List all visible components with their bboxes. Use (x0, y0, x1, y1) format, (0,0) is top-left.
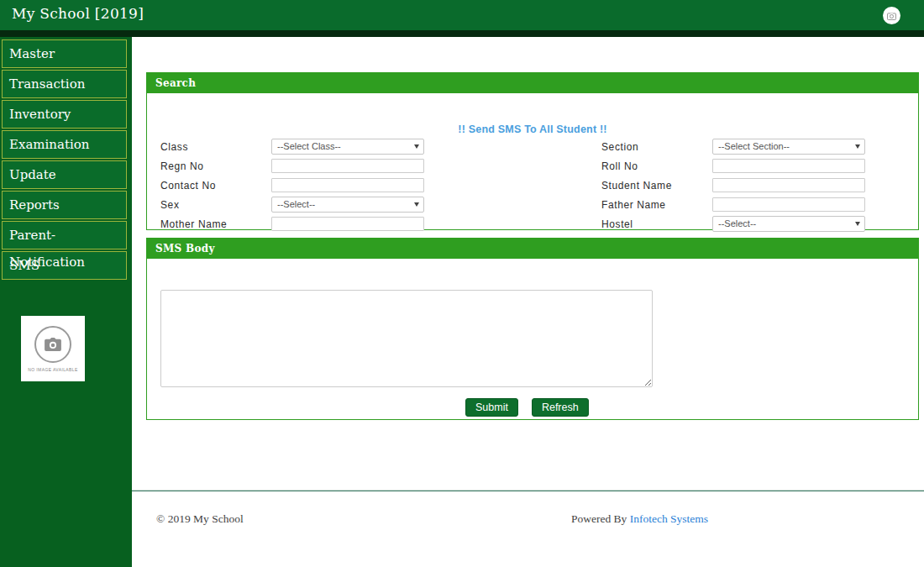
submit-button[interactable]: Submit (465, 398, 518, 417)
class-select[interactable]: --Select Class-- (271, 139, 424, 155)
form-actions: Submit Refresh (465, 398, 589, 417)
powered-by-text: Powered By (571, 512, 630, 525)
chevron-down-icon (855, 144, 860, 149)
student-name-label: Student Name (601, 180, 712, 192)
chevron-down-icon (855, 222, 860, 226)
field-row-regn-no: Regn No (160, 156, 424, 176)
search-panel-body: !! Send SMS To All Student !! Class --Se… (147, 93, 918, 229)
search-form-left-column: Class --Select Class-- Regn No Contact N… (160, 137, 424, 234)
send-sms-notice: !! Send SMS To All Student !! (147, 123, 918, 135)
refresh-button[interactable]: Refresh (532, 398, 589, 417)
sidebar-item-reports[interactable]: Reports (2, 191, 127, 219)
section-select-value: --Select Section-- (718, 141, 790, 151)
field-row-sex: Sex --Select-- (160, 195, 424, 214)
camera-avatar-icon (887, 8, 896, 24)
field-row-roll-no: Roll No (601, 156, 865, 176)
header-bar: My School [2019] (0, 0, 924, 30)
footer-powered-by: Powered By Infotech Systems (571, 512, 708, 526)
chevron-down-icon (414, 202, 419, 207)
sidebar: Master Transaction Inventory Examination… (0, 37, 132, 567)
class-label: Class (160, 141, 271, 153)
mother-name-input[interactable] (271, 217, 424, 231)
father-name-input[interactable] (712, 197, 865, 212)
field-row-section: Section --Select Section-- (601, 137, 865, 156)
student-name-input[interactable] (712, 178, 865, 192)
sidebar-item-parent-notification[interactable]: Parent-Notification (2, 221, 127, 249)
search-form-right-column: Section --Select Section-- Roll No Stude… (601, 137, 865, 234)
regn-no-label: Regn No (160, 160, 271, 172)
hostel-label: Hostel (601, 218, 712, 230)
sidebar-item-transaction[interactable]: Transaction (2, 70, 127, 98)
sex-select[interactable]: --Select-- (271, 197, 424, 213)
no-image-caption: NO IMAGE AVAILABLE (28, 367, 78, 372)
field-row-father-name: Father Name (601, 195, 865, 214)
field-row-mother-name: Mother Name (160, 214, 424, 234)
sidebar-item-inventory[interactable]: Inventory (2, 100, 127, 129)
footer-divider (132, 490, 924, 491)
chevron-down-icon (414, 144, 419, 149)
header-divider-strip (0, 30, 924, 37)
sex-label: Sex (160, 199, 271, 211)
sex-select-value: --Select-- (277, 199, 315, 209)
search-panel-title: Search (147, 73, 918, 93)
roll-no-label: Roll No (601, 160, 712, 172)
app-title: My School [2019] (12, 5, 144, 22)
roll-no-input[interactable] (712, 159, 865, 173)
mother-name-label: Mother Name (160, 218, 271, 230)
hostel-select-value: --Select-- (718, 218, 756, 228)
sidebar-menu: Master Transaction Inventory Examination… (2, 39, 127, 281)
infotech-systems-link[interactable]: Infotech Systems (630, 512, 708, 525)
sidebar-item-master[interactable]: Master (2, 39, 127, 68)
regn-no-input[interactable] (271, 159, 424, 173)
profile-image-placeholder: NO IMAGE AVAILABLE (21, 316, 85, 381)
field-row-class: Class --Select Class-- (160, 137, 424, 156)
camera-icon (34, 326, 71, 363)
sidebar-item-update[interactable]: Update (2, 160, 127, 189)
section-select[interactable]: --Select Section-- (712, 139, 865, 155)
section-label: Section (601, 141, 712, 153)
class-select-value: --Select Class-- (277, 141, 341, 151)
page: My School [2019] Master Transaction Inve… (0, 0, 924, 567)
field-row-student-name: Student Name (601, 176, 865, 195)
user-avatar[interactable] (883, 7, 900, 24)
sms-body-textarea[interactable] (160, 290, 653, 387)
sms-body-panel: SMS Body Submit Refresh (146, 238, 919, 420)
sms-panel-body: Submit Refresh (147, 259, 918, 419)
search-panel: Search !! Send SMS To All Student !! Cla… (146, 72, 919, 230)
footer-copyright: © 2019 My School (156, 512, 244, 526)
contact-no-label: Contact No (160, 180, 271, 192)
father-name-label: Father Name (601, 199, 712, 211)
contact-no-input[interactable] (271, 178, 424, 192)
field-row-hostel: Hostel --Select-- (601, 214, 865, 234)
sms-panel-title: SMS Body (147, 239, 918, 259)
field-row-contact-no: Contact No (160, 176, 424, 195)
hostel-select[interactable]: --Select-- (712, 216, 865, 232)
sidebar-item-examination[interactable]: Examination (2, 130, 127, 159)
